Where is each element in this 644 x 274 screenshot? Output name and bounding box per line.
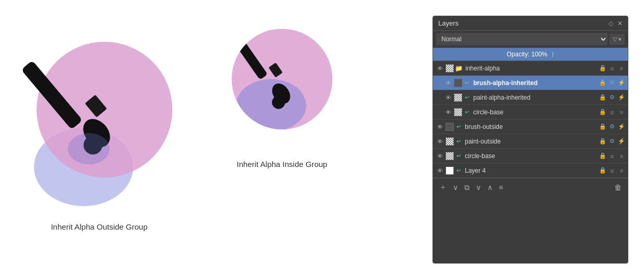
fx-icon-1: ⚙ <box>608 79 616 87</box>
lock-icon-1: 🔒 <box>599 79 607 87</box>
layer-row-brush-outside[interactable]: 👁 ↩ brush-outside 🔒 ⚙ ⚡ <box>433 120 628 134</box>
add-layer-button[interactable]: ＋ <box>437 182 449 193</box>
layers-panel: Layers ◇ ✕ Normal Multiply Screen Overla… <box>432 16 628 264</box>
left-caption: Inherit Alpha Outside Group <box>51 222 147 231</box>
lock-icon-0: 🔒 <box>599 64 607 73</box>
layer-actions-5: 🔒 ⚙ ⚡ <box>599 137 626 146</box>
toolbar-left: ＋ ∨ ⧉ ∨ ∧ ≡ <box>437 182 505 193</box>
left-illustration: Inherit Alpha Outside Group <box>16 16 183 231</box>
filter-button[interactable]: ▽ ▾ <box>610 34 625 45</box>
lock-icon-7: 🔒 <box>599 166 607 175</box>
inherit-icon-1: ↩ <box>463 79 471 87</box>
layer-actions-7: 🔒 α ≡ <box>599 166 626 175</box>
duplicate-layer-button[interactable]: ⧉ <box>462 182 472 193</box>
ref-icon-4: ⚡ <box>617 123 626 131</box>
layer-name-4: brush-outside <box>465 123 598 130</box>
svg-point-6 <box>68 133 110 164</box>
layer-row-circle-base-2[interactable]: 👁 ↩ circle-base 🔒 α ≡ <box>433 149 628 163</box>
thumb-1 <box>454 79 462 87</box>
fx-icon-3: ≡ <box>617 108 626 116</box>
layer-row-circle-base-1[interactable]: 👁 ↩ circle-base 🔒 α ≡ <box>433 105 628 120</box>
alpha-icon-0: α <box>608 64 616 73</box>
layer-actions-1: 🔒 ⚙ ⚡ <box>599 79 626 87</box>
fx-icon-0: ≡ <box>617 64 626 73</box>
illustrations-area: Inherit Alpha Outside Group <box>16 10 412 264</box>
panel-header-icons: ◇ ✕ <box>608 20 623 27</box>
folder-icon-0: 📁 <box>455 65 463 72</box>
visibility-icon-3[interactable]: 👁 <box>443 108 453 117</box>
thumb-0 <box>446 64 454 73</box>
thumb-3 <box>454 108 462 116</box>
fx-icon-4: ⚙ <box>608 123 616 131</box>
lock-icon-4: 🔒 <box>599 123 607 131</box>
layer-row-brush-alpha-inherited[interactable]: 👁 ↩ brush-alpha-inherited 🔒 ⚙ ⚡ <box>433 76 628 90</box>
layer-name-5: paint-outside <box>465 138 598 145</box>
visibility-icon-4[interactable]: 👁 <box>435 122 444 132</box>
opacity-label: Opacity: 100% <box>507 51 547 58</box>
panel-toolbar: ＋ ∨ ⧉ ∨ ∧ ≡ 🗑 <box>433 178 628 196</box>
thumb-6 <box>446 152 454 160</box>
panel-header: Layers ◇ ✕ <box>433 16 628 31</box>
fx-icon-6: ≡ <box>617 152 626 160</box>
right-illustration: Inherit Alpha Inside Group <box>214 16 350 169</box>
lock-icon-6: 🔒 <box>599 152 607 160</box>
layer-name-6: circle-base <box>465 152 598 160</box>
fx-icon-7: ≡ <box>617 166 626 175</box>
layer-name-1: brush-alpha-inherited <box>473 79 598 87</box>
thumb-2 <box>454 93 462 102</box>
layer-row-layer4[interactable]: 👁 ↩ Layer 4 🔒 α ≡ <box>433 163 628 178</box>
ref-icon-2: ⚡ <box>617 93 626 102</box>
right-svg <box>214 16 350 151</box>
ref-icon-5: ⚡ <box>617 137 626 146</box>
main-container: Inherit Alpha Outside Group <box>0 0 644 274</box>
visibility-icon-2[interactable]: 👁 <box>443 93 453 102</box>
move-up-button[interactable]: ∧ <box>485 182 495 193</box>
inherit-icon-2: ↩ <box>463 94 471 101</box>
layer-name-2: paint-alpha-inherited <box>473 94 598 101</box>
move-down-button[interactable]: ∨ <box>474 182 483 193</box>
layer-row-inherit-alpha[interactable]: 👁 📁 inherit-alpha 🔒 α ≡ <box>433 61 628 76</box>
layer-row-paint-alpha-inherited[interactable]: 👁 ↩ paint-alpha-inherited 🔒 ⚙ ⚡ <box>433 90 628 105</box>
inherit-icon-6: ↩ <box>455 152 462 160</box>
visibility-icon-7[interactable]: 👁 <box>435 166 444 175</box>
toolbar-right: 🗑 <box>612 182 624 193</box>
layer-name-0: inherit-alpha <box>465 65 598 72</box>
alpha-icon-7: α <box>608 166 616 175</box>
visibility-icon-5[interactable]: 👁 <box>435 137 444 146</box>
lock-icon-2: 🔒 <box>599 93 607 102</box>
visibility-icon-6[interactable]: 👁 <box>435 151 444 161</box>
fx-icon-5: ⚙ <box>608 137 616 146</box>
blend-mode-row: Normal Multiply Screen Overlay ▽ ▾ <box>433 31 628 48</box>
inherit-icon-5: ↩ <box>455 138 462 145</box>
layer-actions-2: 🔒 ⚙ ⚡ <box>599 93 626 102</box>
inherit-icon-7: ↩ <box>455 167 462 174</box>
layer-actions-3: 🔒 α ≡ <box>599 108 626 116</box>
svg-point-13 <box>272 96 285 109</box>
lock-icon-5: 🔒 <box>599 137 607 146</box>
layer-name-3: circle-base <box>473 109 598 116</box>
thumb-5 <box>446 137 454 146</box>
layer-actions-4: 🔒 ⚙ ⚡ <box>599 123 626 131</box>
add-chevron-button[interactable]: ∨ <box>451 182 460 193</box>
opacity-arrow[interactable]: ⟩ <box>552 51 554 58</box>
visibility-icon-1[interactable]: 👁 <box>443 78 453 88</box>
inherit-icon-3: ↩ <box>463 109 471 116</box>
layer-settings-button[interactable]: ≡ <box>497 182 505 193</box>
delete-layer-button[interactable]: 🗑 <box>612 182 624 193</box>
panel-close-icon[interactable]: ✕ <box>617 20 623 27</box>
panel-title: Layers <box>438 19 459 27</box>
svg-point-9 <box>236 79 306 132</box>
ref-icon-1: ⚡ <box>617 79 626 87</box>
layer-actions-0: 🔒 α ≡ <box>599 64 626 73</box>
left-canvas <box>16 16 183 214</box>
blend-mode-select[interactable]: Normal Multiply Screen Overlay <box>436 33 607 45</box>
right-canvas <box>214 16 350 151</box>
visibility-icon-0[interactable]: 👁 <box>435 64 444 73</box>
panel-settings-icon[interactable]: ◇ <box>608 20 613 27</box>
lock-icon-3: 🔒 <box>599 108 607 116</box>
opacity-row: Opacity: 100% ⟩ <box>433 48 628 61</box>
thumb-4 <box>446 123 454 131</box>
layer-row-paint-outside[interactable]: 👁 ↩ paint-outside 🔒 ⚙ ⚡ <box>433 134 628 149</box>
layer-actions-6: 🔒 α ≡ <box>599 152 626 160</box>
layer-name-7: Layer 4 <box>465 167 598 174</box>
